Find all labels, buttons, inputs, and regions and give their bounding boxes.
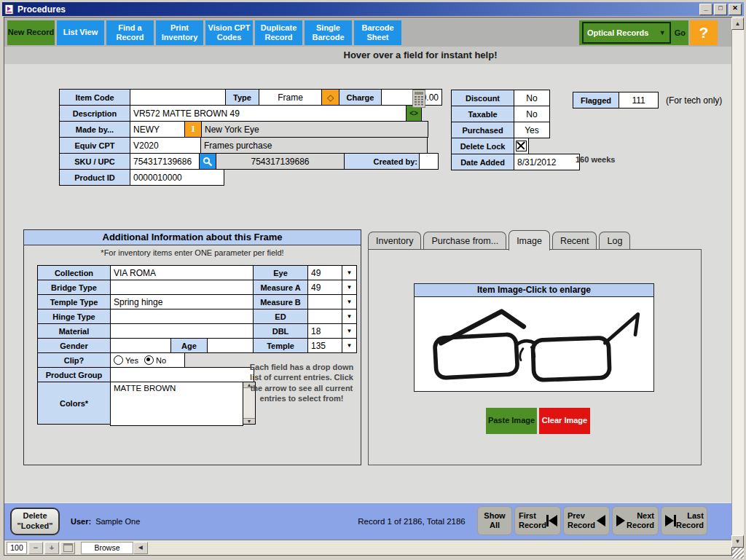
vision-cpt-codes-button[interactable]: Vision CPT Codes (205, 20, 253, 45)
last-record-button[interactable]: Last Record (661, 506, 707, 535)
last-record-icon (665, 515, 676, 527)
purchased-value[interactable]: Yes (514, 122, 550, 138)
window-resize-grip[interactable] (732, 548, 744, 559)
type-picker-icon[interactable]: ◇ (321, 89, 339, 106)
ed-field[interactable] (307, 309, 342, 324)
charge-field[interactable]: 90.00 (381, 89, 442, 106)
temple-field[interactable]: 135 (307, 338, 342, 353)
calculator-icon[interactable] (412, 90, 425, 108)
app-window: Procedures _ □ ✕ New Record List View Fi… (0, 0, 746, 560)
measure-b-dropdown-icon[interactable]: ▼ (342, 294, 357, 309)
clear-image-button[interactable]: Clear Image (539, 408, 590, 434)
zoom-out-icon[interactable]: − (28, 542, 43, 554)
measure-a-label: Measure A (253, 280, 308, 295)
vertical-scrollbar[interactable] (731, 17, 744, 548)
charge-label: Charge (339, 89, 382, 106)
measure-b-field[interactable] (307, 294, 342, 309)
single-barcode-button[interactable]: Single Barcode (305, 20, 352, 45)
delete-locked-button[interactable]: Delete "Locked" (10, 508, 60, 535)
colors-field[interactable]: MATTE BROWN (110, 382, 243, 426)
temple-dropdown-icon[interactable]: ▼ (342, 338, 357, 353)
tab-purchase-from[interactable]: Purchase from... (423, 232, 506, 250)
item-code-field[interactable] (130, 89, 226, 106)
measures-table: Eye 49 ▼ Measure A 49 ▼ Measure B ▼ ED ▼… (254, 266, 357, 353)
type-field[interactable]: Frame (259, 89, 322, 106)
created-by-field[interactable] (419, 153, 439, 170)
frame-fields-table: Collection VIA ROMA Bridge Type Temple T… (38, 266, 266, 426)
collection-label: Collection (37, 265, 111, 280)
minimize-icon[interactable]: _ (699, 4, 712, 15)
delete-lock-checkbox[interactable] (514, 138, 529, 154)
ed-dropdown-icon[interactable]: ▼ (342, 309, 357, 324)
product-group-label: Product Group (37, 367, 111, 382)
made-by-code-field[interactable]: NEWY (130, 121, 185, 138)
age-label: Age (170, 338, 208, 353)
zoom-level[interactable]: 100 (7, 542, 27, 554)
prev-record-button[interactable]: Prev Record (563, 506, 610, 535)
show-all-button[interactable]: Show All (477, 506, 512, 535)
collection-field[interactable]: VIA ROMA (110, 265, 254, 280)
list-view-button[interactable]: List View (57, 20, 104, 45)
product-id-field[interactable]: 0000010000 (130, 169, 224, 186)
zoom-in-icon[interactable]: + (44, 542, 59, 554)
additional-info-title: Additional Information about this Frame (23, 229, 361, 245)
duplicate-record-button[interactable]: Duplicate Record (255, 20, 302, 45)
discount-label: Discount (451, 90, 514, 106)
gender-field[interactable] (110, 338, 171, 353)
equiv-cpt-name-value: Frames purchase (200, 137, 428, 154)
mode-select[interactable]: Browse (81, 542, 133, 554)
dbl-field[interactable]: 18 (307, 323, 342, 339)
mode-popup-icon[interactable]: ◀ (133, 542, 148, 554)
purchased-label: Purchased (451, 122, 514, 138)
equiv-cpt-field[interactable]: V2020 (130, 137, 201, 154)
eye-field[interactable]: 49 (307, 265, 342, 280)
taxable-value[interactable]: No (514, 106, 550, 122)
print-inventory-button[interactable]: Print Inventory (156, 20, 203, 45)
next-record-button[interactable]: Next Record (612, 506, 659, 535)
close-icon[interactable]: ✕ (729, 4, 742, 15)
hinge-type-field[interactable] (110, 309, 254, 324)
dbl-dropdown-icon[interactable]: ▼ (342, 323, 357, 339)
status-toolbar-toggle-icon[interactable] (60, 542, 75, 554)
search-icon[interactable] (199, 153, 216, 170)
material-field[interactable] (110, 323, 254, 339)
clip-no-radio[interactable] (144, 355, 154, 365)
taxable-label: Taxable (451, 106, 514, 122)
tab-image[interactable]: Image (509, 230, 550, 251)
first-record-button[interactable]: First Record (514, 506, 561, 535)
sku-upc-field[interactable]: 754317139686 (130, 153, 200, 170)
barcode-sheet-button[interactable]: Barcode Sheet (354, 20, 401, 45)
clip-yes-radio[interactable] (114, 355, 123, 365)
measure-a-dropdown-icon[interactable]: ▼ (342, 280, 357, 295)
description-field[interactable]: VR572 MATTE BROWN 49 (130, 105, 407, 122)
new-record-button[interactable]: New Record (7, 20, 55, 45)
date-added-field[interactable]: 8/31/2012 (514, 154, 580, 170)
help-button[interactable]: ? (690, 20, 718, 45)
flagged-label: Flagged (573, 92, 619, 109)
records-select[interactable]: Optical Records ▼ (582, 22, 671, 44)
scroll-down-icon[interactable]: ▼ (243, 418, 255, 424)
go-button[interactable]: Go (675, 28, 686, 37)
window-title: Procedures (17, 4, 698, 15)
bridge-type-field[interactable] (110, 280, 254, 295)
additional-info-note: *For inventory items enter ONE parameter… (23, 248, 361, 257)
scrollbar-down-icon[interactable]: ▼ (731, 535, 744, 548)
tab-recent[interactable]: Recent (552, 232, 597, 250)
tab-inventory[interactable]: Inventory (368, 232, 421, 250)
flagged-field[interactable]: 111 (619, 92, 659, 109)
next-record-icon (616, 515, 625, 527)
maximize-icon[interactable]: □ (714, 4, 727, 15)
find-record-button[interactable]: Find a Record (106, 20, 154, 45)
temple-type-label: Temple Type (37, 294, 111, 309)
discount-value[interactable]: No (514, 90, 550, 106)
scrollbar-up-icon[interactable]: ▲ (731, 17, 744, 30)
measure-a-field[interactable]: 49 (307, 280, 342, 295)
temple-type-field[interactable]: Spring hinge (110, 294, 254, 309)
item-image[interactable] (414, 296, 654, 392)
temple-label: Temple (253, 338, 308, 353)
paste-image-button[interactable]: Paste Image (486, 408, 537, 434)
vendor-info-button[interactable]: I (184, 121, 202, 138)
product-group-field[interactable] (110, 367, 254, 382)
tab-log[interactable]: Log (599, 232, 630, 250)
eye-dropdown-icon[interactable]: ▼ (342, 265, 357, 280)
